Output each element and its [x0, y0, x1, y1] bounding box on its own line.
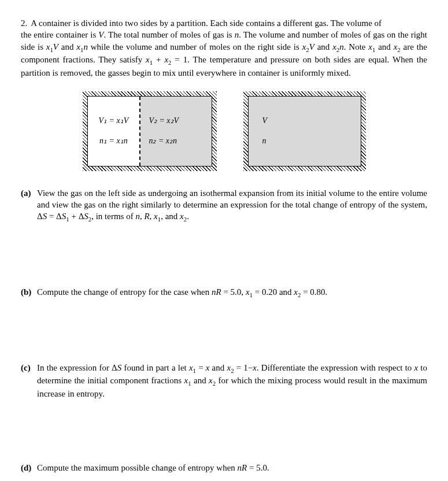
- partitioned-container: V₁ = x₁V n₁ = x₁n V₂ = x₂V n₂ = x₂n: [83, 91, 217, 171]
- mixed-container: V n: [243, 91, 366, 171]
- problem-statement: 2. A container is divided into two sides…: [21, 17, 427, 79]
- left-compartment: V₁ = x₁V n₁ = x₁n: [88, 97, 141, 166]
- part-b-text: Compute the change of entropy for the ca…: [37, 286, 427, 299]
- part-c-text: In the expression for ΔS found in part a…: [37, 362, 427, 399]
- mixed-compartment: V n: [249, 97, 361, 166]
- v-label: V: [262, 116, 268, 127]
- part-d: (d) Compute the maximum possible change …: [21, 462, 427, 473]
- part-b: (b) Compute the change of entropy for th…: [21, 286, 427, 299]
- part-b-label: (b): [21, 286, 37, 299]
- part-c: (c) In the expression for ΔS found in pa…: [21, 362, 427, 399]
- part-d-text: Compute the maximum possible change of e…: [37, 462, 427, 473]
- n1-label: n₁ = x₁n: [99, 136, 128, 147]
- figure: V₁ = x₁V n₁ = x₁n V₂ = x₂V n₂ = x₂n V n: [21, 91, 427, 171]
- part-a-text: View the gas on the left side as undergo…: [37, 187, 427, 224]
- right-compartment: V₂ = x₂V n₂ = x₂n: [140, 97, 211, 166]
- part-c-label: (c): [21, 362, 37, 399]
- n2-label: n₂ = x₂n: [149, 136, 177, 147]
- problem-body: A container is divided into two sides by…: [31, 17, 382, 29]
- n-label: n: [262, 136, 266, 147]
- part-a-label: (a): [21, 187, 37, 224]
- problem-number: 2.: [21, 17, 27, 29]
- v1-label: V₁ = x₁V: [99, 116, 129, 127]
- part-d-label: (d): [21, 462, 37, 473]
- v2-label: V₂ = x₂V: [149, 116, 179, 127]
- page-content: 2. A container is divided into two sides…: [21, 17, 427, 473]
- part-a: (a) View the gas on the left side as und…: [21, 187, 427, 224]
